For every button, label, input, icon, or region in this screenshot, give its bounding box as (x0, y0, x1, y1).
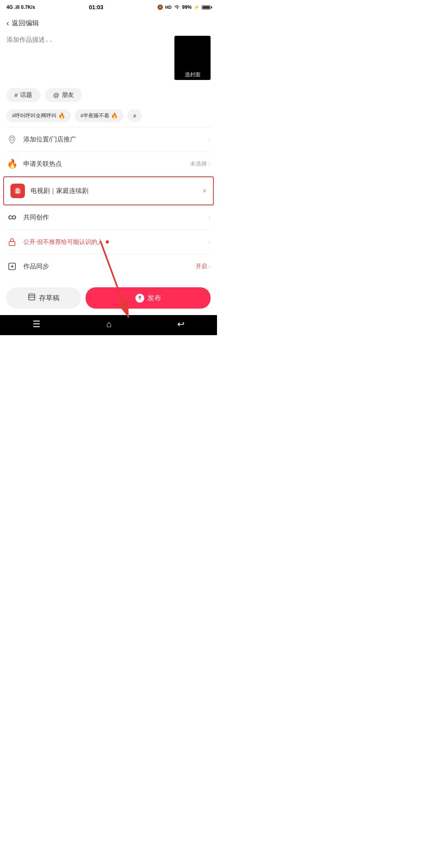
location-row[interactable]: 添加位置/门店推广 › (0, 127, 217, 151)
nav-bar: ‹ 返回编辑 (0, 14, 217, 32)
status-signal: 4G .ill 0.7K/s (6, 4, 35, 10)
friend-label: 朋友 (62, 91, 74, 99)
sync-row[interactable]: 作品同步 开启 › (0, 254, 217, 278)
privacy-text-content: 公开·但不推荐给可能认识的人 (23, 238, 103, 246)
signal-text: 4G .ill 0.7K/s (6, 4, 35, 10)
location-icon (6, 134, 18, 145)
co-text: CO (8, 214, 16, 221)
location-label: 添加位置/门店推广 (23, 135, 203, 144)
hd-badge: HD (165, 5, 172, 10)
save-icon (28, 293, 36, 303)
publish-icon (135, 294, 144, 303)
flame-icon-1: 🔥 (58, 113, 65, 119)
publish-button[interactable]: 发布 (86, 287, 211, 309)
cover-thumbnail[interactable]: 选封面 (174, 36, 211, 80)
sync-label: 作品同步 (23, 262, 190, 271)
at-icon: @ (53, 92, 59, 98)
location-right: › (209, 136, 211, 143)
tag-buttons-area: # 话题 @ 朋友 (0, 84, 217, 106)
bottom-bar: 存草稿 发布 (0, 283, 217, 315)
co-icon: CO (6, 212, 18, 223)
back-nav-icon[interactable]: ↩ (177, 319, 184, 330)
fire-icon: 🔥 (6, 158, 18, 170)
privacy-chevron: › (209, 238, 211, 246)
sync-value: 开启 (196, 263, 207, 270)
alarm-icon: 🔕 (157, 4, 163, 10)
charging-icon: ⚡ (194, 4, 200, 10)
sync-right: 开启 › (196, 263, 211, 270)
description-area: 选封面 (0, 32, 217, 84)
publish-label: 发布 (147, 293, 161, 303)
coop-label: 共同创作 (23, 213, 203, 222)
wifi-icon (174, 4, 180, 10)
hashtag-chips: #呼叫呼叫全网呼叫 🔥 #半夜睡不着 🔥 # (0, 106, 217, 127)
hash-icon: # (14, 92, 18, 98)
home-icon[interactable]: ⌂ (106, 319, 111, 330)
cover-label: 选封面 (174, 70, 211, 80)
hotspot-label: 申请关联热点 (23, 160, 184, 168)
privacy-right: › (209, 238, 211, 246)
coop-chevron: › (209, 214, 211, 221)
save-draft-label: 存草稿 (39, 293, 59, 303)
hotspot-row[interactable]: 🔥 申请关联热点 未选择 › (0, 152, 217, 176)
hashtag-chip-2[interactable]: #半夜睡不着 🔥 (75, 109, 123, 122)
hashtag-text-1: #呼叫呼叫全网呼叫 (12, 112, 57, 119)
flame-icon-2: 🔥 (111, 113, 118, 119)
description-input[interactable] (6, 36, 170, 68)
hashtag-chip-1[interactable]: #呼叫呼叫全网呼叫 🔥 (6, 109, 71, 122)
bottom-nav: ☰ ⌂ ↩ (0, 315, 217, 335)
back-button[interactable]: ‹ 返回编辑 (6, 18, 39, 28)
svg-rect-7 (29, 294, 35, 300)
menu-icon[interactable]: ☰ (33, 319, 41, 330)
topic-button[interactable]: # 话题 (6, 88, 40, 102)
status-bar: 4G .ill 0.7K/s 01:03 🔕 HD 99% ⚡ (0, 0, 217, 14)
svg-rect-3 (9, 242, 15, 246)
tv-drama-row[interactable]: 电视剧｜家庭连续剧 × (3, 176, 214, 205)
coop-right: › (209, 214, 211, 221)
svg-point-0 (10, 137, 13, 140)
tv-drama-label: 电视剧｜家庭连续剧 (31, 187, 197, 195)
save-draft-button[interactable]: 存草稿 (6, 287, 81, 309)
topic-label: 话题 (20, 91, 32, 99)
hotspot-value: 未选择 (190, 160, 207, 168)
hotspot-chevron: › (209, 160, 211, 168)
hashtag-chip-3[interactable]: # (127, 109, 141, 122)
coop-row[interactable]: CO 共同创作 › (0, 205, 217, 229)
tv-drama-close-icon[interactable]: × (202, 187, 207, 195)
location-chevron: › (209, 136, 211, 143)
sync-chevron: › (209, 263, 211, 270)
battery-icon (202, 5, 211, 10)
privacy-label: 公开·但不推荐给可能认识的人 (23, 238, 203, 246)
red-dot-indicator (106, 240, 109, 244)
friend-button[interactable]: @ 朋友 (45, 88, 82, 102)
battery-percent: 99% (182, 4, 192, 10)
hotspot-right: 未选择 › (190, 160, 211, 168)
tv-drama-icon (10, 184, 25, 198)
privacy-row[interactable]: 公开·但不推荐给可能认识的人 › (0, 230, 217, 254)
hashtag-text-3: # (133, 113, 136, 119)
lock-icon (6, 236, 18, 248)
back-label: 返回编辑 (12, 18, 39, 28)
status-time: 01:03 (89, 4, 103, 10)
sync-icon (6, 261, 18, 272)
back-arrow-icon: ‹ (6, 18, 9, 28)
status-icons: 🔕 HD 99% ⚡ (157, 4, 211, 10)
hashtag-text-2: #半夜睡不着 (80, 112, 109, 119)
